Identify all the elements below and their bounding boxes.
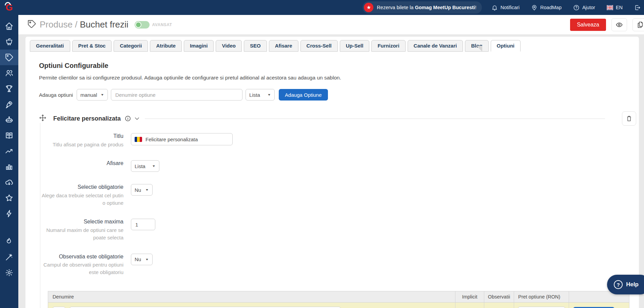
observatia-label: Observatia este obligatorie	[40, 253, 123, 260]
language-label: EN	[616, 5, 623, 10]
tab-up-sell[interactable]: Up-Sell	[340, 40, 370, 52]
cart-icon	[5, 37, 14, 46]
sidebar-item-blog[interactable]	[0, 128, 18, 143]
advanced-toggle[interactable]	[135, 21, 150, 29]
bolt-icon	[5, 209, 14, 218]
sidebar-item-import[interactable]	[0, 175, 18, 190]
tab-seo[interactable]: SEO	[244, 40, 267, 52]
tab-canale-de-vanzari[interactable]: Canale de Vanzari	[408, 40, 463, 52]
sidebar-item-contests[interactable]	[0, 81, 18, 96]
tab-optiuni[interactable]: Optiuni	[491, 40, 521, 52]
tab-bar: Generalitati Pret & Stoc Categorii Atrib…	[25, 37, 639, 52]
tab-cross-sell[interactable]: Cross-Sell	[300, 40, 338, 52]
tab-atribute[interactable]: Atribute	[150, 40, 182, 52]
bell-icon	[491, 4, 498, 11]
info-icon[interactable]	[124, 115, 131, 122]
promo-text-bold: Gomag MeetUp Bucuresti	[415, 5, 475, 10]
ro-flag-icon	[135, 137, 142, 142]
gear-icon	[5, 268, 14, 277]
sidebar-item-reports[interactable]	[0, 159, 18, 175]
sidebar-item-tools[interactable]	[0, 249, 18, 265]
topbar: G ★ Rezerva bilete la Gomag MeetUp Bucur…	[0, 0, 644, 15]
add-mode-select[interactable]: manual▼	[77, 89, 108, 101]
sidebar-item-customers[interactable]	[0, 65, 18, 81]
promo-banner[interactable]: ★ Rezerva bilete la Gomag MeetUp Bucures…	[363, 1, 482, 14]
users-icon	[5, 69, 14, 77]
titlu-input[interactable]	[145, 137, 229, 142]
roadmap-button[interactable]: RoadMap	[531, 4, 562, 11]
preview-button[interactable]	[611, 18, 627, 31]
titlu-label: Titlu	[40, 132, 123, 140]
add-option-button[interactable]: Adauga Optiune	[279, 89, 328, 101]
col-observatii: Observatii	[484, 291, 514, 302]
flame-icon	[5, 237, 14, 246]
sidebar-item-home[interactable]	[0, 18, 18, 34]
notifications-label: Notificari	[501, 5, 520, 10]
cloud-download-icon	[5, 178, 14, 187]
afisare-label: Afisare	[40, 160, 123, 167]
option-name-input[interactable]	[111, 89, 242, 101]
help-menu-button[interactable]: Ajutor	[573, 4, 595, 11]
duplicate-button[interactable]	[632, 18, 644, 31]
tag-icon	[5, 53, 14, 62]
tab-furnizori[interactable]: Furnizori	[371, 40, 405, 52]
titlu-hint: Titlu afisat pe pagina de produs	[40, 141, 123, 148]
row-name-input[interactable]	[70, 307, 341, 308]
eye-icon	[616, 21, 623, 29]
tab-categorii[interactable]: Categorii	[114, 40, 148, 52]
observatia-select[interactable]: Nu▼	[131, 254, 153, 265]
col-implicit: Implicit	[455, 291, 484, 302]
chevron-down-icon: ▼	[152, 165, 156, 168]
chevron-down-icon: ▼	[145, 258, 149, 261]
option-type-select[interactable]: Lista▼	[246, 89, 275, 101]
save-button[interactable]: Salveaza	[570, 19, 606, 31]
help-question-icon: ?	[614, 280, 623, 289]
option-group-title: Felicitare personalizata	[53, 115, 121, 122]
afisare-select[interactable]: Lista▼	[131, 160, 159, 172]
exit-icon	[634, 4, 641, 11]
selectie-obligatorie-select[interactable]: Nu▼	[131, 184, 153, 196]
selectie-maxima-label: Selectie maxima	[40, 218, 123, 225]
uk-flag-icon	[607, 4, 613, 11]
sidebar-item-settings[interactable]	[0, 265, 18, 280]
sidebar-item-analytics[interactable]	[0, 143, 18, 159]
sidebar-item-marketing[interactable]	[0, 96, 18, 112]
sidebar-item-bot[interactable]	[0, 112, 18, 128]
star-badge-icon: ★	[364, 3, 373, 12]
selectie-maxima-input[interactable]	[131, 219, 155, 230]
price-input[interactable]	[518, 307, 565, 308]
help-button[interactable]: ? Help	[607, 275, 644, 294]
tab-afisare[interactable]: Afisare	[269, 40, 298, 52]
col-pret: Pret optiune (RON)	[514, 291, 569, 302]
notifications-button[interactable]: Notificari	[491, 4, 520, 11]
trend-icon	[5, 147, 14, 156]
content-card: Generalitati Pret & Stoc Categorii Atrib…	[25, 37, 639, 308]
chevron-down-icon: ▼	[145, 188, 149, 192]
language-switcher[interactable]: EN	[607, 4, 623, 11]
sidebar-item-products[interactable]	[0, 50, 18, 65]
roadmap-label: RoadMap	[540, 5, 562, 10]
tab-imagini[interactable]: Imagini	[184, 40, 214, 52]
add-option-label: Adauga optiuni	[39, 92, 73, 98]
search-option-button[interactable]	[53, 307, 65, 308]
tab-video[interactable]: Video	[216, 40, 242, 52]
logout-button[interactable]	[634, 4, 641, 11]
help-menu-label: Ajutor	[582, 5, 595, 10]
sidebar-item-reviews[interactable]	[0, 190, 18, 206]
gomag-logo[interactable]: G	[0, 0, 18, 15]
home-icon	[5, 22, 14, 31]
section-title: Optiuni Configurabile	[39, 62, 639, 70]
tab-pret-stoc[interactable]: Pret & Stoc	[72, 40, 112, 52]
header-divider	[145, 119, 605, 119]
delete-option-button[interactable]	[622, 111, 636, 126]
drag-handle-icon[interactable]	[39, 114, 46, 123]
tab-generalitati[interactable]: Generalitati	[30, 40, 70, 52]
sidebar-item-promotions[interactable]	[0, 234, 18, 249]
wand-icon	[5, 253, 14, 261]
book-icon	[5, 131, 14, 140]
product-tag-icon	[27, 19, 40, 30]
sidebar-item-orders[interactable]	[0, 34, 18, 50]
options-table: Denumire Implicit Observatii Pret optiun…	[48, 291, 629, 308]
collapse-chevron-icon[interactable]	[134, 115, 140, 122]
sidebar-item-integrations[interactable]	[0, 206, 18, 221]
